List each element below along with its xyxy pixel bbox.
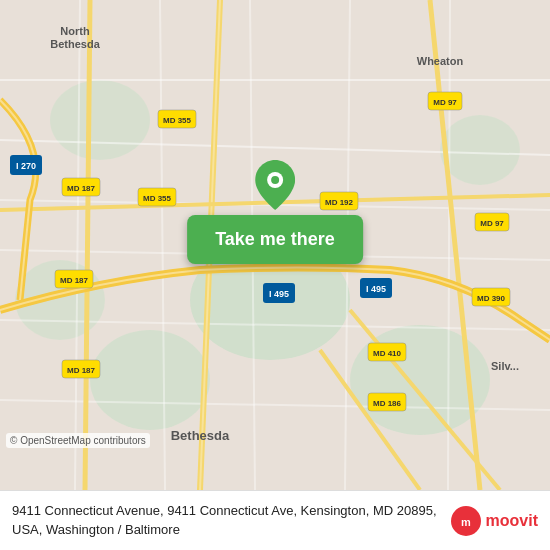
take-me-there-button[interactable]: Take me there [187,215,363,264]
svg-point-2 [90,330,210,430]
location-pin-icon [255,160,295,210]
moovit-logo: m moovit [450,505,538,537]
svg-text:Bethesda: Bethesda [50,38,100,50]
svg-text:North: North [60,25,90,37]
svg-text:I 495: I 495 [269,289,289,299]
svg-text:Wheaton: Wheaton [417,55,464,67]
svg-point-59 [271,176,279,184]
svg-text:Silv...: Silv... [491,360,519,372]
svg-text:MD 187: MD 187 [60,276,89,285]
svg-text:I 270: I 270 [16,161,36,171]
svg-text:MD 187: MD 187 [67,366,96,375]
svg-text:MD 186: MD 186 [373,399,402,408]
map-container: I 270 MD 355 MD 355 MD 187 MD 187 MD 187… [0,0,550,490]
svg-text:MD 355: MD 355 [163,116,192,125]
bottom-bar: 9411 Connecticut Avenue, 9411 Connecticu… [0,490,550,550]
svg-text:MD 187: MD 187 [67,184,96,193]
svg-point-5 [440,115,520,185]
svg-text:MD 97: MD 97 [480,219,504,228]
button-container: Take me there [187,160,363,264]
address-text: 9411 Connecticut Avenue, 9411 Connecticu… [12,502,450,538]
svg-text:MD 390: MD 390 [477,294,506,303]
svg-text:MD 355: MD 355 [143,194,172,203]
svg-text:MD 97: MD 97 [433,98,457,107]
osm-credit-text: © OpenStreetMap contributors [10,435,146,446]
svg-point-6 [50,80,150,160]
moovit-icon: m [450,505,482,537]
svg-text:I 495: I 495 [366,284,386,294]
osm-credit: © OpenStreetMap contributors [6,433,150,448]
svg-text:Bethesda: Bethesda [171,428,230,443]
moovit-text: moovit [486,512,538,530]
svg-text:MD 410: MD 410 [373,349,402,358]
svg-text:m: m [461,516,471,528]
